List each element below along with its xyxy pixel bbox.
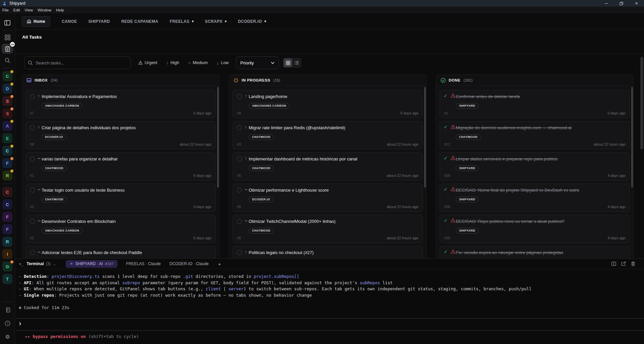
project-avatar[interactable]: D <box>2 84 12 94</box>
sort-select[interactable]: Priority <box>236 56 279 69</box>
project-avatar[interactable]: R <box>2 170 12 181</box>
task-card[interactable]: ↑Implementar Assinatura e PagamentosAMAC… <box>26 90 216 118</box>
tab-rede-capanema[interactable]: REDE CAPANEMA <box>121 19 158 24</box>
project-avatar[interactable]: C <box>2 146 12 156</box>
done-check-icon: ✓ <box>444 218 448 223</box>
project-avatar[interactable]: S <box>2 108 12 118</box>
terminal-tab-freelas[interactable]: FREELAS · Claude <box>126 261 161 266</box>
chevron-down-icon[interactable]: ⌄ <box>53 262 56 266</box>
terminal-tab-shipyard-ai[interactable]: ✳ SHIPYARD · AI #107 <box>66 260 117 268</box>
project-avatar[interactable]: F <box>2 212 12 222</box>
task-checkbox[interactable] <box>30 219 35 224</box>
tab-freelas[interactable]: FREELAS <box>170 19 194 24</box>
task-checkbox[interactable] <box>237 125 242 130</box>
tab-dcoder-io[interactable]: DCODER.IO <box>238 19 266 24</box>
logs-icon[interactable] <box>5 307 10 313</box>
task-card[interactable]: ↑Criar página de detalhes individuais do… <box>26 121 216 149</box>
terminal-tab-dcoder[interactable]: DCODER.IO · Claude <box>169 261 209 266</box>
menu-file[interactable]: File <box>2 8 9 12</box>
help-icon[interactable]: ? <box>5 321 10 326</box>
project-avatar[interactable]: R <box>2 237 12 247</box>
minimize-icon <box>605 3 608 4</box>
sidebar-toggle-icon[interactable] <box>4 20 10 26</box>
project-avatar[interactable]: F <box>2 224 12 234</box>
task-card[interactable]: −Testar login com usuário de teste Busin… <box>26 184 216 212</box>
filter-medium[interactable]: −Medium <box>188 60 208 65</box>
task-card[interactable]: −Adicionar testes E2E para fluxo de chec… <box>26 246 216 258</box>
project-avatar[interactable]: F <box>2 158 12 168</box>
filter-high[interactable]: ↑High <box>166 60 179 65</box>
task-card[interactable]: ✓Limpar dados sensiveis e preparar repo … <box>440 152 630 181</box>
tab-home[interactable]: Home <box>22 16 50 27</box>
project-avatar[interactable]: C <box>2 187 12 197</box>
task-card[interactable]: −Otimizar performance e Lighthouse score… <box>233 184 423 212</box>
task-card[interactable]: −Desenvolver Contratos em BlockchainAMAC… <box>26 215 216 243</box>
task-checkbox[interactable] <box>237 188 242 193</box>
column-scrollbar[interactable] <box>217 87 219 188</box>
tab-shipyard[interactable]: SHIPYARD <box>88 19 110 24</box>
dash-icon: − <box>188 60 191 65</box>
terminal-prompt[interactable]: ❯ <box>19 321 21 327</box>
menu-window[interactable]: Window <box>38 8 51 12</box>
project-avatar[interactable]: A <box>2 121 12 131</box>
search-input[interactable] <box>36 60 127 65</box>
close-button[interactable]: ✕ <box>629 0 644 7</box>
search-nav-icon[interactable] <box>5 58 10 63</box>
column-scrollbar[interactable] <box>631 87 633 188</box>
open-external-icon[interactable] <box>621 261 626 266</box>
task-card[interactable]: ✓Migração do domínio audience-insights.c… <box>440 121 630 149</box>
column-scrollbar[interactable] <box>424 87 426 188</box>
menu-edit[interactable]: Edit <box>13 8 20 12</box>
task-checkbox[interactable] <box>30 156 35 161</box>
task-card[interactable]: ✓Confirmar antes de deletar tarefaSHIPYA… <box>440 90 630 118</box>
project-avatar[interactable]: I <box>2 249 12 259</box>
filter-low[interactable]: ↓Low <box>217 60 229 65</box>
task-checkbox[interactable] <box>30 94 35 99</box>
tab-canoe[interactable]: CANOE <box>62 19 77 24</box>
task-card[interactable]: ✓Fix: sessão expira ao navegar entre pág… <box>440 246 630 258</box>
column-inbox: INBOX (24) ↑Implementar Assinatura e Pag… <box>22 75 219 258</box>
menu-help[interactable]: Help <box>56 8 64 12</box>
permissions-status[interactable]: ▸▸ bypass permissions on (shift+tab to c… <box>25 334 139 340</box>
project-avatar[interactable]: E <box>2 133 12 143</box>
project-avatar[interactable]: T <box>2 274 12 284</box>
task-checkbox[interactable] <box>237 250 242 255</box>
task-card[interactable]: −varias tarefas para organizar e detalha… <box>26 152 216 181</box>
minimize-button[interactable] <box>599 0 614 7</box>
task-title: DECISAO: Nome final do projeto Shipyard … <box>456 188 626 193</box>
task-card[interactable]: −Otimizar TwitchChannelModal (2000+ linh… <box>233 215 423 243</box>
list-view-button[interactable] <box>292 58 301 67</box>
project-avatar[interactable]: C <box>2 199 12 209</box>
task-card[interactable]: ↑Landing page/homeAMACHAINS CARBON#85 da… <box>233 90 423 118</box>
task-checkbox[interactable] <box>30 125 35 130</box>
task-card[interactable]: ↑Politicas legais no checkout (#27) <box>233 246 423 258</box>
sort-value: Priority <box>240 60 254 65</box>
terminal-output[interactable]: - Detection: projectDiscovery.ts scans 1… <box>15 269 644 344</box>
task-checkbox[interactable] <box>237 219 242 224</box>
task-checkbox[interactable] <box>237 94 242 99</box>
priority-icon: − <box>245 218 247 224</box>
restore-button[interactable] <box>614 0 629 7</box>
task-checkbox[interactable] <box>237 156 242 161</box>
new-terminal-button[interactable]: + <box>218 261 221 267</box>
settings-gear-icon[interactable]: ⚙ <box>5 334 10 340</box>
window-scrollbar[interactable] <box>640 57 643 149</box>
task-checkbox[interactable] <box>30 250 35 255</box>
task-card[interactable]: ↑Migrar rate limiter para Redis (@upstas… <box>233 121 423 149</box>
task-card[interactable]: ↑Implementar dashboard de métricas histó… <box>233 152 423 181</box>
tab-scrapx[interactable]: SCRAPX <box>205 19 227 24</box>
project-avatar[interactable]: S <box>2 96 12 106</box>
task-card[interactable]: ✓DECISAO: Repo publico novo ou tornar o … <box>440 215 630 243</box>
menu-view[interactable]: View <box>24 8 33 12</box>
task-card[interactable]: ✓DECISAO: Nome final do projeto Shipyard… <box>440 184 630 212</box>
grid-view-button[interactable] <box>284 58 292 67</box>
tasks-nav-button[interactable]: 39 <box>2 44 13 54</box>
task-time: 5 days ago <box>193 236 211 240</box>
task-checkbox[interactable] <box>30 188 35 193</box>
filter-urgent[interactable]: Urgent <box>138 60 157 65</box>
project-avatar[interactable]: C <box>2 71 12 81</box>
split-panel-icon[interactable] <box>611 261 616 266</box>
trash-icon[interactable] <box>631 261 635 266</box>
dashboard-icon[interactable] <box>5 35 10 40</box>
project-avatar[interactable]: G <box>2 261 12 272</box>
